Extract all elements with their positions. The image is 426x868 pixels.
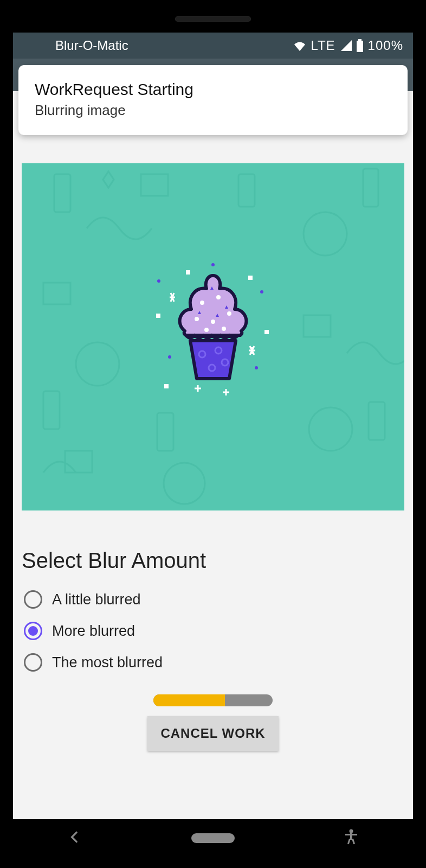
progress-bar bbox=[153, 694, 273, 706]
status-bar: Blur-O-Matic LTE 100% bbox=[13, 33, 413, 59]
svg-rect-2 bbox=[54, 174, 70, 212]
svg-point-30 bbox=[211, 320, 215, 324]
svg-point-19 bbox=[255, 366, 258, 369]
back-icon[interactable] bbox=[68, 830, 82, 846]
svg-rect-25 bbox=[164, 384, 169, 388]
progress-area: CANCEL WORK bbox=[22, 694, 404, 751]
svg-rect-0 bbox=[358, 39, 362, 41]
svg-rect-10 bbox=[369, 402, 385, 440]
battery-icon bbox=[356, 39, 364, 52]
svg-rect-12 bbox=[238, 174, 255, 207]
svg-point-18 bbox=[168, 355, 171, 359]
svg-point-32 bbox=[204, 328, 209, 332]
cancel-work-button[interactable]: CANCEL WORK bbox=[147, 716, 278, 751]
radio-icon bbox=[24, 653, 42, 672]
progress-fill bbox=[153, 694, 225, 706]
svg-point-41 bbox=[350, 829, 353, 833]
screen: Blur-O-Matic LTE 100% bbox=[13, 33, 413, 819]
radio-option-little-blurred[interactable]: A little blurred bbox=[22, 584, 404, 615]
radio-label: More blurred bbox=[52, 623, 135, 640]
svg-rect-11 bbox=[141, 174, 168, 196]
svg-point-16 bbox=[157, 279, 160, 283]
svg-rect-24 bbox=[248, 276, 253, 280]
android-nav-bar bbox=[13, 819, 413, 857]
svg-point-31 bbox=[222, 327, 226, 331]
app-title: Blur-O-Matic bbox=[23, 38, 128, 53]
svg-point-9 bbox=[309, 407, 352, 451]
preview-image bbox=[22, 163, 404, 510]
main-content: Select Blur Amount A little blurred More… bbox=[13, 111, 413, 819]
svg-point-20 bbox=[211, 263, 215, 266]
svg-rect-44 bbox=[347, 839, 351, 844]
section-title: Select Blur Amount bbox=[22, 548, 404, 573]
radio-label: A little blurred bbox=[52, 591, 141, 608]
svg-point-8 bbox=[164, 463, 205, 504]
blur-options-group: A little blurred More blurred The most b… bbox=[22, 584, 404, 678]
snackbar-notification[interactable]: WorkRequest Starting Blurring image bbox=[18, 65, 408, 135]
svg-rect-7 bbox=[157, 413, 173, 451]
svg-rect-22 bbox=[264, 330, 269, 334]
svg-rect-45 bbox=[352, 839, 355, 844]
svg-rect-4 bbox=[363, 169, 378, 207]
home-pill[interactable] bbox=[191, 833, 235, 843]
svg-rect-21 bbox=[156, 314, 160, 318]
radio-label: The most blurred bbox=[52, 654, 163, 671]
svg-rect-5 bbox=[43, 391, 60, 429]
svg-point-3 bbox=[304, 212, 347, 256]
svg-rect-43 bbox=[345, 834, 357, 835]
svg-point-6 bbox=[76, 342, 119, 386]
snackbar-subtitle: Blurring image bbox=[35, 102, 391, 119]
wifi-icon bbox=[293, 40, 306, 51]
svg-point-28 bbox=[227, 311, 231, 316]
svg-point-26 bbox=[200, 301, 204, 305]
network-label: LTE bbox=[311, 38, 335, 53]
cupcake-icon bbox=[148, 259, 278, 400]
svg-rect-13 bbox=[43, 283, 70, 304]
svg-rect-14 bbox=[65, 451, 92, 473]
svg-rect-1 bbox=[357, 41, 363, 52]
radio-icon bbox=[24, 590, 42, 609]
radio-option-most-blurred[interactable]: The most blurred bbox=[22, 647, 404, 678]
svg-point-27 bbox=[216, 295, 221, 299]
battery-label: 100% bbox=[368, 38, 403, 53]
radio-icon bbox=[24, 622, 42, 640]
radio-option-more-blurred[interactable]: More blurred bbox=[22, 615, 404, 647]
phone-speaker bbox=[175, 16, 251, 22]
cell-signal-icon bbox=[340, 40, 352, 51]
phone-frame: Blur-O-Matic LTE 100% bbox=[0, 0, 426, 868]
svg-rect-15 bbox=[304, 315, 331, 337]
svg-point-17 bbox=[260, 290, 263, 293]
status-indicators: LTE 100% bbox=[293, 38, 403, 53]
svg-point-29 bbox=[195, 317, 199, 321]
accessibility-icon[interactable] bbox=[344, 829, 358, 847]
snackbar-title: WorkRequest Starting bbox=[35, 80, 391, 99]
svg-rect-23 bbox=[186, 270, 190, 275]
